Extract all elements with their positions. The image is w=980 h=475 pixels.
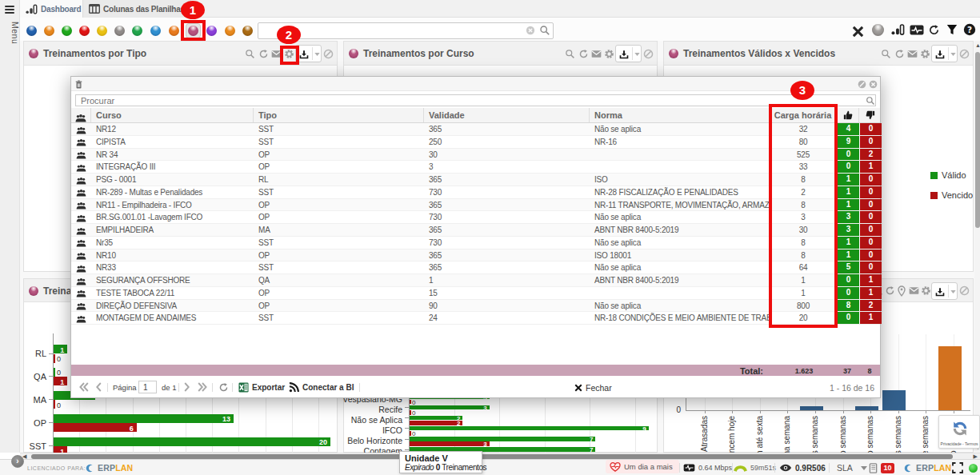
panel-mail-icon[interactable] [909,285,919,296]
panel-search-icon[interactable] [881,49,891,59]
cell-thumb-down[interactable]: 0 [859,224,882,236]
page-number-input[interactable] [138,381,157,393]
table-row[interactable]: Nr35SST730Não se aplica810 [71,237,880,249]
cell-thumb-up[interactable]: 8 [837,300,859,312]
cell-thumb-down[interactable]: 0 [859,199,882,211]
vertical-scrollbar-thumb[interactable] [975,52,980,228]
panel-block-icon[interactable] [643,49,654,59]
cell-thumb-up[interactable]: 0 [837,274,859,286]
cell-thumb-up[interactable]: 9 [837,136,859,148]
header-col-2[interactable]: Tipo [254,108,424,122]
cell-thumb-down[interactable]: 1 [859,161,882,173]
table-row[interactable]: NR10OP365ISO 18001810 [71,249,880,262]
table-row[interactable]: NR-289 - Multas e PenalidadesSST730NR-28… [71,186,880,199]
vertical-scrollbar[interactable]: ▲ ▼ [974,41,980,453]
header-col-1[interactable]: Curso [91,108,254,122]
cell-thumb-down[interactable]: 1 [859,312,882,324]
horizontal-scrollbar[interactable]: ◀ ▶ [20,453,980,459]
cell-thumb-down[interactable]: 1 [859,287,882,299]
cell-thumb-down[interactable]: 0 [859,136,882,148]
filter-ball-11[interactable] [206,26,217,36]
cell-thumb-up[interactable]: 0 [837,161,859,173]
table-row[interactable]: CIPISTASST250NR-168090 [71,136,880,149]
cell-thumb-up[interactable]: 1 [837,237,859,249]
cell-thumb-down[interactable]: 2 [859,300,882,312]
sla-dropdown[interactable]: SLA [837,460,867,475]
cell-thumb-down[interactable]: 0 [859,249,882,261]
cell-thumb-down[interactable]: 0 [859,174,882,186]
expand-panel-button[interactable]: › [11,455,24,468]
hamburger-menu-icon[interactable] [5,6,14,14]
table-row[interactable]: INTEGRAÇÃO IIIOP33301 [71,161,880,174]
cell-thumb-up[interactable]: 3 [837,211,859,223]
scroll-up-arrow[interactable]: ▲ [975,42,980,49]
help-icon[interactable] [963,23,976,36]
panel-refresh-icon[interactable] [894,49,905,59]
cell-thumb-up[interactable]: 3 [837,224,859,236]
modal-search-input[interactable] [75,94,876,106]
prev-page-icon[interactable] [96,382,102,392]
header-thumb-up-column[interactable] [837,108,859,122]
table-row[interactable]: NR 34OP3052502 [71,149,880,162]
filter-ball-6[interactable] [114,26,125,36]
recaptcha-badge[interactable]: Privacidade - Termos [938,415,980,449]
refresh-icon[interactable] [928,24,940,36]
table-row[interactable]: EMPILHADEIRAMA365ABNT NBR 8400-5:2019303… [71,224,880,237]
panel-download-split-button[interactable] [931,282,958,300]
panel-download-split-button[interactable] [615,45,642,62]
filter-ball-7[interactable] [132,26,142,36]
cell-thumb-down[interactable]: 0 [859,237,882,249]
search-icon[interactable] [539,25,550,36]
cell-thumb-up[interactable]: 5 [837,261,859,273]
trash-icon[interactable] [75,80,82,89]
filter-ball-8[interactable] [150,26,161,36]
filter-ball-12[interactable] [225,26,235,36]
cell-thumb-down[interactable]: 2 [859,149,882,161]
tab-dashboard[interactable]: Dashboard [20,0,86,18]
table-row[interactable]: NR12SST365Não se aplica3240 [71,123,880,136]
panel-download-split-button[interactable] [931,45,958,62]
header-thumb-down-column[interactable] [859,108,882,122]
table-row[interactable]: NR33SST365Não se aplica6450 [71,261,880,274]
charts-icon[interactable] [891,24,905,35]
um-dia-a-mais-badge[interactable]: Um dia a mais [606,460,679,473]
cell-thumb-up[interactable]: 4 [837,123,859,135]
filter-ball-2[interactable] [44,26,54,36]
cell-thumb-down[interactable]: 0 [859,186,882,198]
next-page-icon[interactable] [184,382,190,392]
panel-block-icon[interactable] [959,49,970,59]
panel-mail-icon[interactable] [591,49,602,59]
header-col-3[interactable]: Validade [424,108,590,122]
cell-thumb-up[interactable]: 0 [837,312,859,324]
table-row[interactable]: DIREÇÃO DEFENSIVAOP90Não se aplica80082 [71,300,880,313]
table-row[interactable]: NR11 - Empilhadeira - IFCOOP365NR-11 TRA… [71,199,880,212]
cell-thumb-up[interactable]: 1 [837,249,859,261]
cell-thumb-down[interactable]: 0 [859,211,882,223]
connect-bi-button[interactable]: Conectar a BI [302,383,354,392]
modal-close-icon[interactable] [869,80,878,89]
table-row[interactable]: SEGURANÇA OFFSHOREQA1ABNT NBR 8400-5:201… [71,274,880,287]
clear-search-icon[interactable] [526,26,535,35]
table-row[interactable]: MONTAGEM DE ANDAIMESSST24NR-18 CONDIÇÕES… [71,312,880,325]
tab-colunas-das-planilhas[interactable]: Colunas das Planilhas [82,0,191,18]
panel-gear-icon[interactable] [920,49,930,59]
panel-refresh-icon[interactable] [578,49,589,59]
close-all-icon[interactable] [852,26,864,38]
panel-search-icon[interactable] [565,49,575,59]
export-button[interactable]: Exportar [252,383,285,392]
cell-thumb-down[interactable]: 0 [859,123,882,135]
last-page-icon[interactable] [198,382,207,392]
table-row[interactable]: BR.SG.001.01 -Lavagem IFCOOP730Não se ap… [71,211,880,224]
cell-thumb-up[interactable]: 0 [837,287,859,299]
filter-ball-13[interactable] [242,26,253,36]
global-search-input[interactable] [258,22,554,39]
gray-ball-icon[interactable] [872,24,884,36]
filter-ball-4[interactable] [79,26,90,36]
table-row[interactable]: TESTE TABOCA 22/11OP15101 [71,287,880,300]
cell-thumb-up[interactable]: 1 [837,199,859,211]
cell-thumb-up[interactable]: 0 [837,149,859,161]
filter-ball-9[interactable] [169,26,179,36]
panel-search-icon[interactable] [245,49,255,59]
panel-gear-icon[interactable] [604,49,614,59]
close-modal-button[interactable]: Fechar [586,383,612,393]
